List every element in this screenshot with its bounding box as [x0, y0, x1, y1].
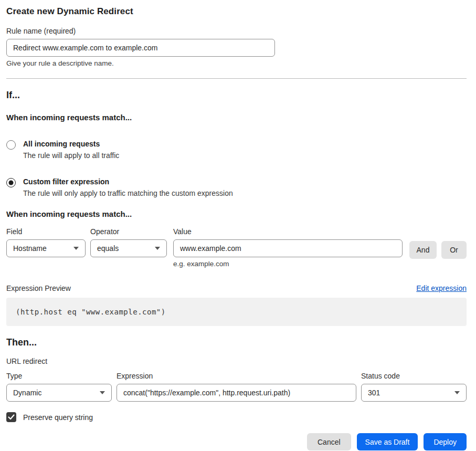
expression-input[interactable] — [117, 384, 356, 402]
field-label: Field — [6, 227, 86, 236]
expression-group: Expression — [117, 372, 356, 402]
expression-preview-label: Expression Preview — [6, 284, 71, 292]
then-heading: Then... — [6, 337, 467, 348]
page-title: Create new Dynamic Redirect — [6, 6, 467, 17]
chevron-down-icon — [155, 247, 160, 250]
url-redirect-label: URL redirect — [6, 357, 467, 365]
cancel-button[interactable]: Cancel — [307, 433, 351, 450]
expression-label: Expression — [117, 372, 356, 380]
radio-texts: Custom filter expression The rule will o… — [23, 177, 233, 197]
footer-actions: Cancel Save as Draft Deploy — [6, 433, 467, 450]
field-group: Field Hostname — [6, 227, 86, 257]
and-button[interactable]: And — [409, 241, 437, 259]
radio-option-custom-expression[interactable]: Custom filter expression The rule will o… — [6, 177, 467, 197]
chevron-down-icon — [73, 247, 79, 250]
then-row: Type Dynamic Expression Status code 301 — [6, 372, 467, 402]
operator-group: Operator equals — [90, 227, 167, 257]
rule-name-helper: Give your rule a descriptive name. — [6, 59, 467, 67]
if-heading: If... — [6, 90, 467, 101]
type-group: Type Dynamic — [6, 372, 112, 402]
radio-unselected-icon[interactable] — [6, 140, 16, 150]
type-select-value: Dynamic — [13, 389, 41, 397]
radio-custom-expression-description: The rule will only apply to traffic matc… — [23, 189, 233, 197]
or-button[interactable]: Or — [441, 241, 467, 259]
rule-name-input[interactable] — [6, 39, 275, 57]
radio-all-requests-label: All incoming requests — [23, 140, 119, 148]
match-heading: When incoming requests match... — [6, 113, 467, 122]
radio-selected-icon[interactable] — [6, 178, 16, 187]
value-input[interactable] — [173, 239, 403, 257]
chevron-down-icon — [100, 391, 105, 394]
rule-name-section: Rule name (required) Give your rule a de… — [6, 27, 467, 67]
field-select-value: Hostname — [13, 244, 47, 253]
value-group: Value e.g. example.com — [173, 227, 403, 268]
expression-preview-code: (http.host eq "www.example.com") — [6, 298, 467, 326]
chevron-down-icon — [454, 391, 460, 394]
field-select[interactable]: Hostname — [6, 239, 86, 257]
save-as-draft-button[interactable]: Save as Draft — [357, 433, 418, 450]
value-helper: e.g. example.com — [173, 260, 403, 268]
edit-expression-link[interactable]: Edit expression — [416, 284, 467, 292]
section-divider — [6, 78, 467, 79]
condition-heading: When incoming requests match... — [6, 209, 467, 218]
andor-group: And Or — [409, 227, 467, 259]
checkbox-checked-icon[interactable] — [6, 412, 16, 422]
status-code-label: Status code — [361, 372, 467, 380]
status-code-select[interactable]: 301 — [361, 384, 467, 402]
radio-option-all-requests[interactable]: All incoming requests The rule will appl… — [6, 140, 467, 160]
expression-preview-header: Expression Preview Edit expression — [6, 284, 467, 292]
radio-texts: All incoming requests The rule will appl… — [23, 140, 119, 160]
type-label: Type — [6, 372, 112, 380]
operator-select[interactable]: equals — [90, 239, 167, 257]
radio-all-requests-description: The rule will apply to all traffic — [23, 151, 119, 160]
status-code-group: Status code 301 — [361, 372, 467, 402]
deploy-button[interactable]: Deploy — [424, 433, 467, 450]
radio-custom-expression-label: Custom filter expression — [23, 177, 233, 186]
operator-select-value: equals — [97, 244, 119, 253]
rule-name-label: Rule name (required) — [6, 27, 467, 35]
status-code-select-value: 301 — [368, 389, 380, 397]
create-dynamic-redirect-form: Create new Dynamic Redirect Rule name (r… — [0, 0, 476, 451]
preserve-query-label: Preserve query string — [23, 413, 93, 422]
type-select[interactable]: Dynamic — [6, 384, 112, 402]
value-label: Value — [173, 227, 403, 236]
operator-label: Operator — [90, 227, 167, 236]
condition-row: Field Hostname Operator equals Value e.g… — [6, 227, 467, 268]
preserve-query-row: Preserve query string — [6, 412, 467, 422]
